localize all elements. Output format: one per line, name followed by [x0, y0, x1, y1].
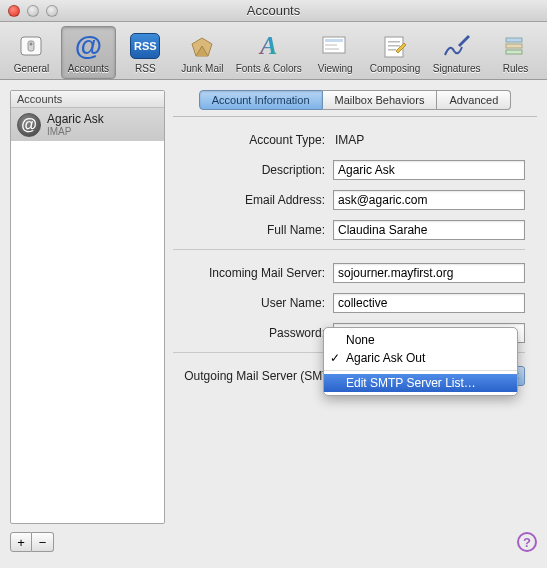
toolbar-rss-label: RSS	[135, 63, 156, 74]
menu-item-selected[interactable]: ✓ Agaric Ask Out	[324, 349, 517, 367]
toolbar-fonts-label: Fonts & Colors	[236, 63, 302, 74]
email-label: Email Address:	[173, 193, 333, 207]
menu-separator	[324, 370, 517, 371]
titlebar: Accounts	[0, 0, 547, 22]
toolbar: General @ Accounts RSS RSS Junk Mail A F…	[0, 22, 547, 80]
svg-rect-5	[325, 44, 337, 46]
user-label: User Name:	[173, 296, 333, 310]
menu-item-label: None	[346, 333, 375, 347]
svg-rect-9	[388, 45, 400, 47]
menu-item-label: Agaric Ask Out	[346, 351, 425, 365]
account-proto: IMAP	[47, 126, 104, 137]
toolbar-accounts[interactable]: @ Accounts	[61, 26, 116, 79]
password-label: Password:	[173, 326, 333, 340]
user-input[interactable]	[333, 293, 525, 313]
at-icon: @	[72, 30, 104, 62]
toolbar-accounts-label: Accounts	[68, 63, 109, 74]
at-icon: @	[17, 113, 41, 137]
menu-item-label: Edit SMTP Server List…	[346, 376, 476, 390]
svg-rect-11	[506, 38, 522, 42]
toolbar-junk-label: Junk Mail	[181, 63, 223, 74]
toolbar-signatures[interactable]: Signatures	[427, 26, 486, 79]
toolbar-rss[interactable]: RSS RSS	[118, 26, 173, 79]
composing-icon	[379, 30, 411, 62]
description-label: Description:	[173, 163, 333, 177]
sidebar-account-row[interactable]: @ Agaric Ask IMAP	[11, 108, 164, 141]
rules-icon	[499, 30, 531, 62]
svg-rect-4	[325, 39, 343, 42]
description-input[interactable]	[333, 160, 525, 180]
toolbar-viewing[interactable]: Viewing	[308, 26, 363, 79]
tab-account-information[interactable]: Account Information	[199, 90, 323, 110]
toolbar-general[interactable]: General	[4, 26, 59, 79]
fullname-label: Full Name:	[173, 223, 333, 237]
svg-rect-12	[506, 44, 522, 48]
checkmark-icon: ✓	[330, 351, 340, 365]
smtp-dropdown-menu: None ✓ Agaric Ask Out Edit SMTP Server L…	[323, 327, 518, 396]
window-title: Accounts	[0, 3, 547, 18]
rss-icon: RSS	[129, 30, 161, 62]
switch-icon	[15, 30, 47, 62]
incoming-input[interactable]	[333, 263, 525, 283]
content: Accounts @ Agaric Ask IMAP Account Infor…	[0, 80, 547, 528]
separator	[173, 249, 525, 250]
bottom-bar: + − ?	[0, 528, 547, 562]
remove-button[interactable]: −	[32, 532, 54, 552]
svg-rect-8	[388, 41, 400, 43]
tab-advanced[interactable]: Advanced	[437, 90, 511, 110]
account-type-label: Account Type:	[173, 133, 333, 147]
account-type-value: IMAP	[333, 133, 525, 147]
toolbar-junk[interactable]: Junk Mail	[175, 26, 230, 79]
add-remove-controls: + −	[10, 532, 54, 552]
account-name: Agaric Ask	[47, 112, 104, 126]
viewing-icon	[319, 30, 351, 62]
menu-item-none[interactable]: None	[324, 331, 517, 349]
email-input[interactable]	[333, 190, 525, 210]
signatures-icon	[441, 30, 473, 62]
main-pane: Account Information Mailbox Behaviors Ad…	[173, 90, 537, 524]
tab-mailbox-behaviors[interactable]: Mailbox Behaviors	[323, 90, 438, 110]
toolbar-composing[interactable]: Composing	[365, 26, 426, 79]
toolbar-signatures-label: Signatures	[433, 63, 481, 74]
tab-segment: Account Information Mailbox Behaviors Ad…	[199, 90, 512, 110]
sidebar-header: Accounts	[11, 91, 164, 108]
add-button[interactable]: +	[10, 532, 32, 552]
svg-point-2	[30, 43, 33, 46]
svg-rect-10	[388, 49, 396, 51]
toolbar-composing-label: Composing	[370, 63, 421, 74]
menu-item-edit-smtp[interactable]: Edit SMTP Server List…	[324, 374, 517, 392]
toolbar-viewing-label: Viewing	[318, 63, 353, 74]
svg-rect-13	[506, 50, 522, 54]
toolbar-rules-label: Rules	[503, 63, 529, 74]
help-button[interactable]: ?	[517, 532, 537, 552]
fullname-input[interactable]	[333, 220, 525, 240]
junk-icon	[186, 30, 218, 62]
toolbar-general-label: General	[14, 63, 50, 74]
incoming-label: Incoming Mail Server:	[173, 266, 333, 280]
svg-rect-6	[325, 48, 339, 50]
toolbar-rules[interactable]: Rules	[488, 26, 543, 79]
accounts-sidebar: Accounts @ Agaric Ask IMAP	[10, 90, 165, 524]
toolbar-fonts[interactable]: A Fonts & Colors	[232, 26, 306, 79]
fonts-icon: A	[253, 30, 285, 62]
